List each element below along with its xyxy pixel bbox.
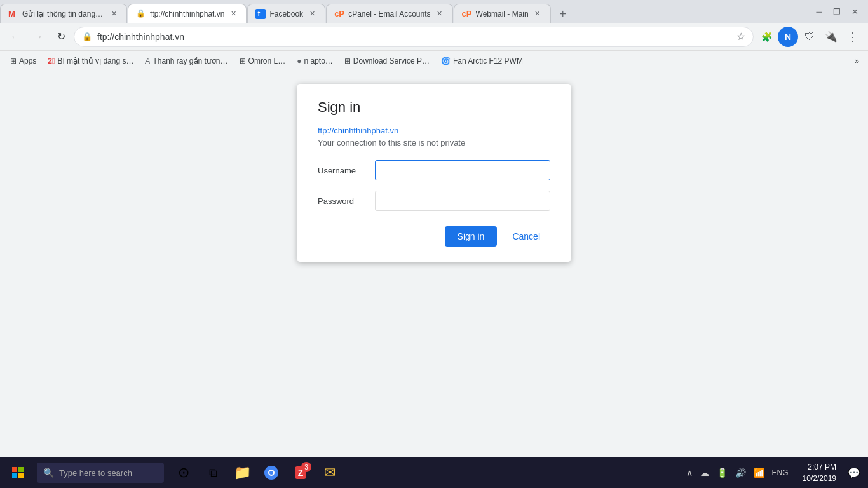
file-explorer-icon: 📁 [234,464,251,481]
modal-buttons: Sign in Cancel [318,226,550,247]
tab-webmail-title: Webmail - Main [476,10,529,18]
bookmark-apps-label: Apps [19,57,36,65]
username-label: Username [318,166,375,175]
tab-strip: M Gửi lại thông tin đăng ký: chin… ✕ 🔒 f… [0,0,806,23]
bookmark-download[interactable]: ⊞ Download Service P… [339,53,435,69]
task-view-icon: ⧉ [209,466,217,480]
bimat-favicon-icon: 2⃣ [48,57,55,65]
new-tab-button[interactable]: + [554,5,572,23]
bookmark-fan[interactable]: 🌀 Fan Arctic F12 PWM [436,53,528,69]
bookmark-bimat-label: Bí mật thủ vị đăng s… [57,57,133,65]
taskbar-mail-button[interactable]: ✉ [316,459,343,486]
tab-cpanel-close-icon[interactable]: ✕ [435,9,445,19]
taskbar-task-view-button[interactable]: ⧉ [200,459,226,486]
network-icon[interactable]: 📶 [751,465,767,480]
bookmark-thanh[interactable]: A Thanh ray gần tươn… [140,53,233,69]
signin-button[interactable]: Sign in [445,226,498,247]
bookmark-fan-label: Fan Arctic F12 PWM [453,57,523,65]
tab-gmail-close-icon[interactable]: ✕ [109,9,119,19]
tab-cpanel-title: cPanel - Email Accounts [348,10,430,18]
password-label: Password [318,196,375,206]
omron-favicon-icon: ⊞ [240,57,246,65]
toolbar-icons: 🧩 N 🛡 🔌 ⋮ [756,27,863,47]
svg-rect-3 [18,473,24,478]
taskbar-clock[interactable]: 2:07 PM 10/2/2019 [797,461,841,484]
username-input[interactable] [375,160,550,180]
password-input[interactable] [375,191,550,211]
start-button[interactable] [3,458,33,488]
apps-grid-icon: ⊞ [10,57,17,65]
volume-icon[interactable]: 🔊 [733,465,749,480]
address-input[interactable] [97,32,731,42]
bookmark-aptoide-label: n apto… [304,57,332,65]
taskbar-search-box[interactable]: 🔍 Type here to search [37,463,164,483]
cancel-button[interactable]: Cancel [502,226,550,247]
ftp-favicon-icon: 🔒 [136,9,146,19]
profile-button[interactable]: N [778,27,798,47]
bookmark-omron[interactable]: ⊞ Omron L… [234,53,291,69]
zoho-notification-badge: 3 [301,462,311,472]
svg-rect-1 [18,467,24,472]
facebook-favicon-icon: f [255,9,266,19]
cloud-backup-icon: ☁ [698,465,712,480]
tab-gmail-title: Gửi lại thông tin đăng ký: chin… [22,10,105,18]
back-button[interactable]: ← [5,27,25,47]
close-button[interactable]: ✕ [846,3,863,20]
tab-cpanel[interactable]: cP cPanel - Email Accounts ✕ [326,4,452,23]
notification-center-button[interactable]: 💬 [843,464,865,482]
taskbar-chrome-button[interactable] [258,459,285,486]
modal-title: Sign in [318,99,550,116]
signin-modal: Sign in ftp://chinhthinhphat.vn Your con… [297,84,571,262]
shield-icon: 🛡 [799,27,820,47]
extensions-button[interactable]: 🧩 [756,27,776,47]
bookmarks-more-button[interactable]: » [851,53,863,69]
tray-up-arrow-icon[interactable]: ∧ [684,465,695,480]
tab-ftp[interactable]: 🔒 ftp://chinhthinhphat.vn ✕ [128,4,247,23]
fan-favicon-icon: 🌀 [441,57,451,65]
taskbar-pinned-apps: ⊙ ⧉ 📁 Z 3 ✉ [170,459,343,486]
svg-point-6 [269,471,273,475]
tab-facebook[interactable]: f Facebook ✕ [247,4,325,23]
bookmark-aptoide[interactable]: ● n apto… [292,53,338,69]
lang-indicator[interactable]: ENG [770,468,791,477]
modal-warning: Your connection to this site is not priv… [318,138,550,147]
tab-ftp-close-icon[interactable]: ✕ [228,9,238,19]
tab-webmail-close-icon[interactable]: ✕ [532,9,543,19]
thanh-favicon-icon: A [145,57,150,65]
clock-time: 2:07 PM [803,461,836,473]
bookmarks-bar: ⊞ Apps 2⃣ Bí mật thủ vị đăng s… A Thanh … [0,51,868,71]
restore-button[interactable]: ❐ [829,3,845,20]
tab-ftp-title: ftp://chinhthinhphat.vn [150,10,224,18]
password-row: Password [318,191,550,211]
taskbar-tray: ∧ ☁ 🔋 🔊 📶 ENG [679,465,796,480]
bookmark-omron-label: Omron L… [248,57,286,65]
modal-overlay: Sign in ftp://chinhthinhphat.vn Your con… [0,71,868,488]
tab-webmail[interactable]: cP Webmail - Main ✕ [454,4,551,23]
reload-button[interactable]: ↻ [51,27,71,47]
battery-icon: 🔋 [714,465,730,480]
webmail-favicon-icon: cP [462,9,472,19]
taskbar: 🔍 Type here to search ⊙ ⧉ 📁 Z 3 ✉ ∧ [0,458,868,488]
bookmark-bimat[interactable]: 2⃣ Bí mật thủ vị đăng s… [43,53,139,69]
page-content: Sign in ftp://chinhthinhphat.vn Your con… [0,71,868,488]
bookmark-apps[interactable]: ⊞ Apps [5,53,41,69]
taskbar-cortana-button[interactable]: ⊙ [170,459,197,486]
forward-button[interactable]: → [28,27,48,47]
cortana-icon: ⊙ [178,464,189,481]
taskbar-file-explorer-button[interactable]: 📁 [229,459,255,486]
bookmark-thanh-label: Thanh ray gần tươn… [153,57,227,65]
bookmark-download-label: Download Service P… [353,57,430,65]
tab-facebook-title: Facebook [269,10,303,18]
taskbar-zoho-button[interactable]: Z 3 [287,459,314,486]
aptoide-favicon-icon: ● [297,57,301,65]
tab-facebook-close-icon[interactable]: ✕ [307,9,317,19]
bookmark-star-icon[interactable]: ☆ [736,30,745,43]
title-bar: M Gửi lại thông tin đăng ký: chin… ✕ 🔒 f… [0,0,868,23]
tab-gmail[interactable]: M Gửi lại thông tin đăng ký: chin… ✕ [0,4,127,23]
minimize-button[interactable]: ─ [811,3,827,20]
gmail-favicon-icon: M [8,9,18,19]
window-controls: ─ ❐ ✕ [806,3,868,20]
taskbar-search-placeholder: Type here to search [59,468,132,478]
menu-button[interactable]: ⋮ [843,27,863,47]
extensions2-icon: 🔌 [821,27,841,47]
